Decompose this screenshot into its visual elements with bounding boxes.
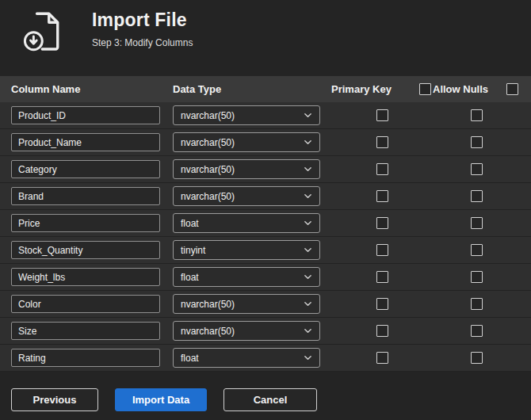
column-name-input[interactable] (11, 106, 160, 124)
column-name-input[interactable] (11, 295, 160, 313)
data-type-select[interactable]: nvarchar(50) (173, 321, 320, 341)
table-body: nvarchar(50) nvarchar(50) (0, 102, 531, 372)
data-type-select[interactable]: nvarchar(50) (173, 294, 320, 314)
column-name-input[interactable] (11, 268, 160, 286)
data-type-select[interactable]: nvarchar(50) (173, 132, 320, 152)
allow-nulls-checkbox[interactable] (471, 190, 483, 202)
data-type-value: nvarchar(50) (181, 110, 235, 121)
allow-nulls-checkbox[interactable] (471, 136, 483, 148)
table-row: nvarchar(50) (0, 156, 531, 183)
data-type-value: nvarchar(50) (181, 164, 235, 175)
table-row: float (0, 264, 531, 291)
primary-key-checkbox[interactable] (376, 190, 388, 202)
import-data-button[interactable]: Import Data (115, 388, 207, 411)
data-type-select[interactable]: float (173, 348, 320, 368)
primary-key-header: Primary Key (331, 83, 392, 95)
allow-nulls-checkbox[interactable] (471, 244, 483, 256)
cancel-button[interactable]: Cancel (223, 388, 317, 411)
allow-nulls-header: Allow Nulls (433, 83, 488, 95)
dialog-header: Import File Step 3: Modify Columns (0, 0, 531, 76)
data-type-select[interactable]: float (173, 267, 320, 287)
data-type-value: float (181, 272, 199, 283)
data-type-header: Data Type (173, 83, 331, 95)
chevron-down-icon (304, 326, 312, 335)
allow-nulls-checkbox[interactable] (471, 109, 483, 121)
table-row: nvarchar(50) (0, 183, 531, 210)
chevron-down-icon (304, 165, 312, 174)
data-type-value: nvarchar(50) (181, 326, 235, 337)
allow-nulls-checkbox[interactable] (471, 163, 483, 175)
primary-key-checkbox[interactable] (376, 163, 388, 175)
table-row: nvarchar(50) (0, 129, 531, 156)
allow-nulls-select-all-checkbox[interactable] (506, 83, 518, 95)
primary-key-checkbox[interactable] (376, 244, 388, 256)
previous-button[interactable]: Previous (11, 388, 98, 411)
primary-key-select-all-checkbox[interactable] (419, 83, 431, 95)
column-name-input[interactable] (11, 187, 160, 205)
chevron-down-icon (304, 300, 312, 308)
column-name-input[interactable] (11, 241, 160, 259)
table-row: nvarchar(50) (0, 318, 531, 345)
chevron-down-icon (304, 246, 312, 254)
chevron-down-icon (304, 138, 312, 147)
step-subtitle: Step 3: Modify Columns (92, 37, 193, 48)
table-row: float (0, 210, 531, 237)
primary-key-checkbox[interactable] (376, 352, 388, 364)
data-type-select[interactable]: tinyint (173, 240, 320, 260)
footer-actions: Previous Import Data Cancel (0, 388, 531, 411)
table-row: tinyint (0, 237, 531, 264)
chevron-down-icon (304, 192, 312, 200)
allow-nulls-checkbox[interactable] (471, 325, 483, 337)
chevron-down-icon (304, 219, 312, 227)
primary-key-checkbox[interactable] (376, 217, 388, 229)
allow-nulls-checkbox[interactable] (471, 298, 483, 310)
column-name-input[interactable] (11, 160, 160, 178)
columns-table: Column Name Data Type Primary Key Allow … (0, 76, 531, 372)
data-type-select[interactable]: nvarchar(50) (173, 105, 320, 125)
column-name-input[interactable] (11, 133, 160, 151)
data-type-value: float (181, 353, 199, 364)
data-type-value: float (181, 218, 199, 229)
data-type-select[interactable]: nvarchar(50) (173, 159, 320, 179)
primary-key-checkbox[interactable] (376, 271, 388, 283)
import-file-icon (22, 10, 65, 54)
primary-key-checkbox[interactable] (376, 298, 388, 310)
chevron-down-icon (304, 111, 312, 120)
table-row: nvarchar(50) (0, 291, 531, 318)
data-type-value: tinyint (181, 245, 205, 256)
primary-key-checkbox[interactable] (376, 109, 388, 121)
column-name-input[interactable] (11, 214, 160, 232)
data-type-select[interactable]: float (173, 213, 320, 233)
allow-nulls-checkbox[interactable] (471, 217, 483, 229)
primary-key-checkbox[interactable] (376, 325, 388, 337)
primary-key-checkbox[interactable] (376, 136, 388, 148)
table-header-row: Column Name Data Type Primary Key Allow … (0, 76, 531, 102)
table-row: nvarchar(50) (0, 102, 531, 129)
data-type-value: nvarchar(50) (181, 299, 235, 310)
chevron-down-icon (304, 353, 312, 362)
table-row: float (0, 345, 531, 372)
allow-nulls-checkbox[interactable] (471, 352, 483, 364)
data-type-value: nvarchar(50) (181, 137, 235, 148)
page-title: Import File (92, 10, 193, 31)
column-name-header: Column Name (11, 83, 173, 95)
data-type-select[interactable]: nvarchar(50) (173, 186, 320, 206)
allow-nulls-checkbox[interactable] (471, 271, 483, 283)
column-name-input[interactable] (11, 349, 160, 367)
chevron-down-icon (304, 273, 312, 281)
column-name-input[interactable] (11, 322, 160, 340)
data-type-value: nvarchar(50) (181, 191, 235, 202)
